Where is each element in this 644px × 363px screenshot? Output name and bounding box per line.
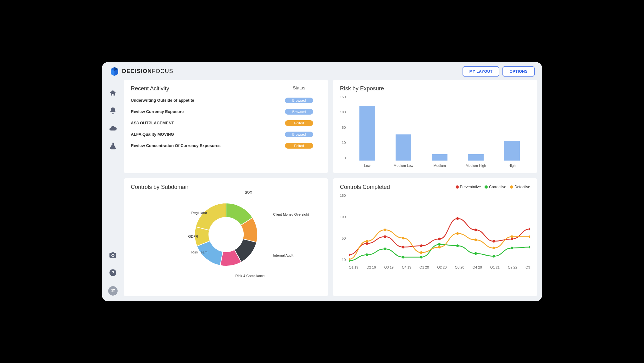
- legend-dot: [456, 185, 459, 189]
- bar-label: Low: [364, 164, 370, 167]
- activity-row[interactable]: Review Concentration Of Currency Exposur…: [131, 143, 321, 149]
- bell-icon[interactable]: [109, 107, 117, 115]
- logo-text: DECISIONFOCUS: [122, 68, 173, 75]
- line-point[interactable]: [511, 235, 513, 238]
- sidebar: ? JT: [102, 80, 124, 301]
- line-point[interactable]: [384, 235, 386, 238]
- line-point[interactable]: [420, 251, 423, 254]
- status-header: Status: [277, 85, 321, 92]
- line-point[interactable]: [529, 246, 530, 248]
- x-tick: Q1 21: [490, 265, 500, 269]
- line-point[interactable]: [438, 237, 441, 240]
- activity-row[interactable]: Underwriting Outside of appetiteBrowsed: [131, 98, 321, 103]
- bar[interactable]: [359, 106, 375, 160]
- line-point[interactable]: [493, 255, 495, 258]
- bar-col: Medium High: [458, 154, 494, 167]
- flask-icon[interactable]: [109, 142, 117, 150]
- line-point[interactable]: [456, 244, 459, 247]
- line-point[interactable]: [456, 217, 459, 220]
- activity-label: Review Concentration Of Currency Exposur…: [131, 143, 277, 148]
- bar[interactable]: [504, 141, 520, 160]
- line-point[interactable]: [438, 243, 441, 246]
- line-point[interactable]: [349, 253, 350, 256]
- risk-bar-chart: 15010050100 LowMedium LowMediumMedium Hi…: [340, 95, 530, 167]
- y-tick: 100: [340, 110, 346, 114]
- line-point[interactable]: [402, 256, 404, 258]
- status-pill: Edited: [285, 120, 313, 126]
- donut-label: Risk Team: [192, 250, 208, 254]
- line-point[interactable]: [529, 235, 530, 238]
- donut-label: SOX: [245, 190, 252, 194]
- controls-subdomain-card: Controls by Subdomain SOXClient Money Ov…: [124, 178, 328, 296]
- activity-row[interactable]: Review Currency ExposureBrowsed: [131, 109, 321, 115]
- line-point[interactable]: [420, 244, 423, 247]
- line-point[interactable]: [384, 228, 386, 231]
- avatar[interactable]: JT: [108, 286, 118, 296]
- bar-label: Medium: [434, 164, 446, 167]
- recent-activity-title: Recent Acitivity: [131, 85, 277, 92]
- x-tick: Q4 20: [473, 265, 482, 269]
- x-tick: Q2 19: [367, 265, 376, 269]
- legend-item[interactable]: Corrective: [485, 185, 506, 189]
- activity-label: ALFA Quality MOVING: [131, 132, 277, 137]
- logo-icon: [109, 66, 119, 77]
- risk-exposure-title: Risk by Exposure: [340, 85, 530, 92]
- legend-label: Preventative: [460, 185, 481, 189]
- options-button[interactable]: OPTIONS: [502, 66, 535, 77]
- line-point[interactable]: [366, 253, 368, 256]
- legend-label: Corrective: [489, 185, 506, 189]
- line-point[interactable]: [475, 228, 477, 231]
- status-pill: Browsed: [285, 109, 313, 115]
- line-point[interactable]: [456, 232, 459, 235]
- activity-row[interactable]: ALFA Quality MOVINGBrowsed: [131, 132, 321, 137]
- line-point[interactable]: [475, 238, 477, 241]
- risk-exposure-card: Risk by Exposure 15010050100 LowMedium L…: [333, 80, 537, 173]
- app-frame: DECISIONFOCUS MY LAYOUT OPTIONS ? JT Rec…: [102, 62, 542, 301]
- line-point[interactable]: [366, 240, 368, 242]
- x-tick: Q2 22: [508, 265, 517, 269]
- x-tick: Q1 19: [349, 265, 358, 269]
- line-point[interactable]: [420, 256, 423, 258]
- line-point[interactable]: [402, 236, 404, 239]
- help-icon[interactable]: ?: [109, 269, 117, 277]
- line-point[interactable]: [511, 247, 513, 249]
- line-point[interactable]: [475, 252, 477, 255]
- y-tick: 50: [342, 126, 346, 129]
- y-tick: 50: [342, 236, 346, 240]
- controls-subdomain-title: Controls by Subdomain: [131, 184, 321, 190]
- logo: DECISIONFOCUS: [109, 66, 173, 77]
- legend-label: Detective: [514, 185, 530, 189]
- line-point[interactable]: [529, 228, 530, 230]
- cloud-icon[interactable]: [109, 124, 117, 133]
- bar-col: Low: [349, 106, 385, 167]
- line-point[interactable]: [493, 247, 495, 249]
- x-tick: Q4 19: [402, 265, 411, 269]
- line-point[interactable]: [493, 240, 495, 242]
- bar-label: Medium Low: [394, 164, 413, 167]
- camera-icon[interactable]: [109, 251, 117, 259]
- my-layout-button[interactable]: MY LAYOUT: [463, 66, 500, 77]
- line-point[interactable]: [384, 247, 386, 250]
- bar-label: Medium High: [466, 164, 486, 167]
- activity-label: Underwriting Outside of appetite: [131, 98, 277, 103]
- legend-item[interactable]: Preventative: [456, 185, 481, 189]
- x-tick: Q1 20: [419, 265, 429, 269]
- recent-activity-card: Recent Acitivity Status Underwriting Out…: [124, 80, 328, 173]
- bar[interactable]: [432, 154, 447, 161]
- bar[interactable]: [468, 154, 484, 161]
- activity-label: Review Currency Exposure: [131, 109, 277, 114]
- x-tick: Q2 20: [437, 265, 447, 269]
- line-chart: 1501005010 Q1 19Q2 19Q3 19Q4 19Q1 20Q2 2…: [340, 194, 530, 269]
- legend: PreventativeCorrectiveDetective: [456, 185, 530, 189]
- legend-dot: [485, 185, 488, 189]
- activity-row[interactable]: AS3 OUTPLACEMENTEdited: [131, 120, 321, 126]
- line-series[interactable]: [349, 218, 530, 255]
- home-icon[interactable]: [109, 89, 117, 97]
- legend-item[interactable]: Detective: [510, 185, 530, 189]
- controls-completed-title: Controls Completed: [340, 184, 390, 190]
- bar[interactable]: [396, 134, 411, 161]
- y-tick: 10: [342, 141, 346, 145]
- x-tick: Q3 19: [384, 265, 394, 269]
- line-point[interactable]: [402, 246, 404, 248]
- line-point[interactable]: [438, 246, 441, 248]
